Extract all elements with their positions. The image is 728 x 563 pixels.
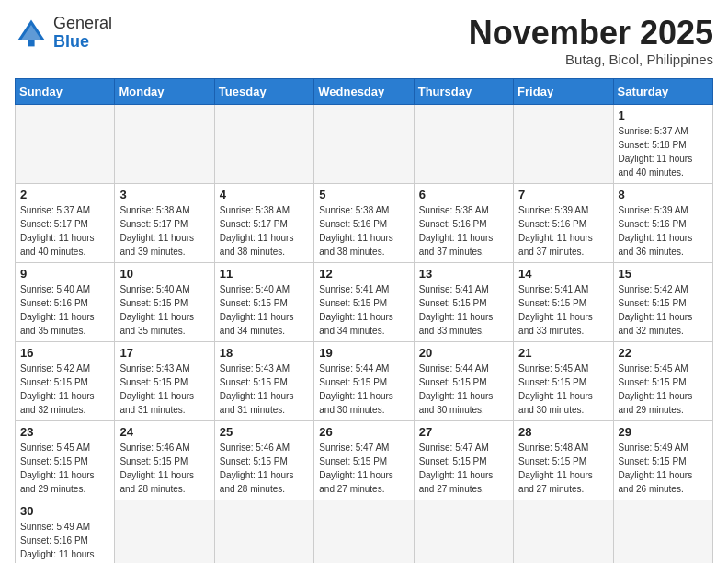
calendar-cell: 18Sunrise: 5:43 AM Sunset: 5:15 PM Dayli… (214, 341, 313, 420)
day-number: 8 (619, 188, 708, 201)
day-info: Sunrise: 5:46 AM Sunset: 5:15 PM Dayligh… (220, 441, 309, 496)
day-info: Sunrise: 5:38 AM Sunset: 5:16 PM Dayligh… (419, 203, 508, 259)
calendar-cell: 5Sunrise: 5:38 AM Sunset: 5:16 PM Daylig… (314, 183, 414, 262)
calendar-cell: 27Sunrise: 5:47 AM Sunset: 5:15 PM Dayli… (414, 420, 513, 500)
calendar-cell (514, 500, 613, 563)
calendar-cell: 4Sunrise: 5:38 AM Sunset: 5:17 PM Daylig… (214, 183, 313, 262)
day-info: Sunrise: 5:43 AM Sunset: 5:15 PM Dayligh… (119, 362, 209, 417)
logo: General Blue (15, 15, 112, 52)
weekday-header-sunday: Sunday (16, 78, 115, 104)
logo-general-text: General (53, 14, 112, 32)
calendar-cell (214, 500, 313, 563)
day-info: Sunrise: 5:47 AM Sunset: 5:15 PM Dayligh… (319, 441, 408, 496)
day-number: 20 (419, 346, 508, 360)
day-number: 29 (619, 425, 708, 439)
day-number: 9 (20, 267, 109, 281)
calendar-cell: 7Sunrise: 5:39 AM Sunset: 5:16 PM Daylig… (514, 183, 613, 262)
calendar-cell: 20Sunrise: 5:44 AM Sunset: 5:15 PM Dayli… (414, 341, 513, 420)
day-number: 19 (319, 346, 408, 360)
calendar-cell: 10Sunrise: 5:40 AM Sunset: 5:15 PM Dayli… (115, 262, 214, 341)
day-number: 30 (20, 504, 109, 518)
calendar-cell: 28Sunrise: 5:48 AM Sunset: 5:15 PM Dayli… (514, 420, 613, 500)
calendar-week-2: 9Sunrise: 5:40 AM Sunset: 5:16 PM Daylig… (16, 262, 713, 341)
day-info: Sunrise: 5:40 AM Sunset: 5:15 PM Dayligh… (119, 282, 209, 338)
day-number: 6 (419, 188, 508, 201)
weekday-row: SundayMondayTuesdayWednesdayThursdayFrid… (16, 78, 713, 104)
day-number: 10 (119, 267, 209, 281)
logo-text: General Blue (53, 15, 112, 52)
day-info: Sunrise: 5:44 AM Sunset: 5:15 PM Dayligh… (419, 362, 508, 417)
calendar-cell: 1Sunrise: 5:37 AM Sunset: 5:18 PM Daylig… (613, 104, 712, 183)
day-number: 17 (119, 346, 209, 360)
day-number: 21 (518, 346, 608, 360)
day-info: Sunrise: 5:38 AM Sunset: 5:16 PM Dayligh… (319, 203, 408, 259)
weekday-header-tuesday: Tuesday (214, 78, 313, 104)
day-number: 3 (119, 188, 209, 201)
calendar-week-4: 23Sunrise: 5:45 AM Sunset: 5:15 PM Dayli… (16, 420, 713, 500)
weekday-header-saturday: Saturday (613, 78, 712, 104)
day-number: 13 (419, 267, 508, 281)
calendar-cell: 14Sunrise: 5:41 AM Sunset: 5:15 PM Dayli… (514, 262, 613, 341)
day-number: 24 (119, 425, 209, 439)
calendar-cell: 9Sunrise: 5:40 AM Sunset: 5:16 PM Daylig… (16, 262, 115, 341)
day-info: Sunrise: 5:38 AM Sunset: 5:17 PM Dayligh… (220, 203, 309, 259)
day-number: 28 (518, 425, 608, 439)
logo-icon (15, 17, 48, 50)
calendar-header: SundayMondayTuesdayWednesdayThursdayFrid… (16, 78, 713, 104)
day-info: Sunrise: 5:37 AM Sunset: 5:17 PM Dayligh… (20, 203, 109, 259)
day-info: Sunrise: 5:46 AM Sunset: 5:15 PM Dayligh… (119, 441, 209, 496)
day-info: Sunrise: 5:45 AM Sunset: 5:15 PM Dayligh… (20, 441, 109, 496)
calendar-cell: 25Sunrise: 5:46 AM Sunset: 5:15 PM Dayli… (214, 420, 313, 500)
calendar-cell (514, 104, 613, 183)
calendar-cell: 24Sunrise: 5:46 AM Sunset: 5:15 PM Dayli… (115, 420, 214, 500)
calendar-week-0: 1Sunrise: 5:37 AM Sunset: 5:18 PM Daylig… (16, 104, 713, 183)
calendar-cell: 3Sunrise: 5:38 AM Sunset: 5:17 PM Daylig… (115, 183, 214, 262)
calendar-cell: 13Sunrise: 5:41 AM Sunset: 5:15 PM Dayli… (414, 262, 513, 341)
day-number: 1 (619, 109, 708, 122)
calendar-cell: 2Sunrise: 5:37 AM Sunset: 5:17 PM Daylig… (16, 183, 115, 262)
day-number: 22 (619, 346, 708, 360)
calendar-cell: 23Sunrise: 5:45 AM Sunset: 5:15 PM Dayli… (16, 420, 115, 500)
day-info: Sunrise: 5:41 AM Sunset: 5:15 PM Dayligh… (419, 282, 508, 338)
day-info: Sunrise: 5:40 AM Sunset: 5:16 PM Dayligh… (20, 282, 109, 338)
day-info: Sunrise: 5:45 AM Sunset: 5:15 PM Dayligh… (619, 362, 708, 417)
day-number: 2 (20, 188, 109, 201)
calendar: SundayMondayTuesdayWednesdayThursdayFrid… (15, 78, 713, 563)
day-info: Sunrise: 5:43 AM Sunset: 5:15 PM Dayligh… (220, 362, 309, 417)
weekday-header-monday: Monday (115, 78, 214, 104)
day-info: Sunrise: 5:39 AM Sunset: 5:16 PM Dayligh… (619, 203, 708, 259)
day-number: 25 (220, 425, 309, 439)
calendar-cell (115, 500, 214, 563)
calendar-cell: 22Sunrise: 5:45 AM Sunset: 5:15 PM Dayli… (613, 341, 712, 420)
header: General Blue November 2025 Butag, Bicol,… (15, 15, 713, 67)
day-info: Sunrise: 5:39 AM Sunset: 5:16 PM Dayligh… (518, 203, 608, 259)
day-info: Sunrise: 5:38 AM Sunset: 5:17 PM Dayligh… (119, 203, 209, 259)
day-number: 11 (220, 267, 309, 281)
day-info: Sunrise: 5:42 AM Sunset: 5:15 PM Dayligh… (20, 362, 109, 417)
location: Butag, Bicol, Philippines (469, 52, 713, 67)
calendar-cell (414, 104, 513, 183)
weekday-header-friday: Friday (514, 78, 613, 104)
day-info: Sunrise: 5:44 AM Sunset: 5:15 PM Dayligh… (319, 362, 408, 417)
day-info: Sunrise: 5:41 AM Sunset: 5:15 PM Dayligh… (319, 282, 408, 338)
calendar-cell (414, 500, 513, 563)
day-info: Sunrise: 5:37 AM Sunset: 5:18 PM Dayligh… (619, 124, 708, 179)
calendar-cell: 30Sunrise: 5:49 AM Sunset: 5:16 PM Dayli… (16, 500, 115, 563)
day-number: 5 (319, 188, 408, 201)
day-info: Sunrise: 5:40 AM Sunset: 5:15 PM Dayligh… (220, 282, 309, 338)
calendar-body: 1Sunrise: 5:37 AM Sunset: 5:18 PM Daylig… (16, 104, 713, 563)
month-title: November 2025 (469, 15, 713, 52)
day-info: Sunrise: 5:41 AM Sunset: 5:15 PM Dayligh… (518, 282, 608, 338)
day-number: 26 (319, 425, 408, 439)
day-number: 18 (220, 346, 309, 360)
calendar-cell: 8Sunrise: 5:39 AM Sunset: 5:16 PM Daylig… (613, 183, 712, 262)
day-number: 7 (518, 188, 608, 201)
calendar-cell: 29Sunrise: 5:49 AM Sunset: 5:15 PM Dayli… (613, 420, 712, 500)
weekday-header-thursday: Thursday (414, 78, 513, 104)
calendar-cell (214, 104, 313, 183)
calendar-cell: 21Sunrise: 5:45 AM Sunset: 5:15 PM Dayli… (514, 341, 613, 420)
calendar-cell (115, 104, 214, 183)
day-number: 14 (518, 267, 608, 281)
calendar-cell: 6Sunrise: 5:38 AM Sunset: 5:16 PM Daylig… (414, 183, 513, 262)
calendar-week-1: 2Sunrise: 5:37 AM Sunset: 5:17 PM Daylig… (16, 183, 713, 262)
